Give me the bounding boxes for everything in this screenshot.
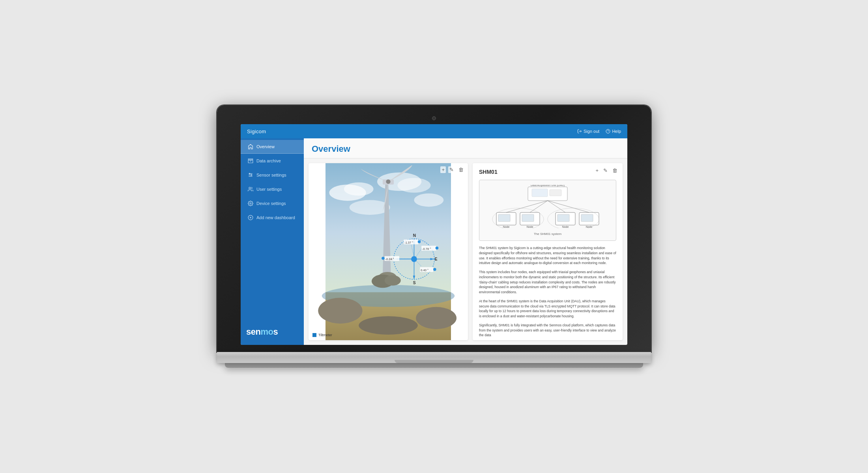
help-button[interactable]: Help (606, 129, 621, 134)
svg-point-10 (250, 203, 251, 204)
svg-text:0.40 °: 0.40 ° (421, 268, 428, 272)
dau-diagram: Data Acquisition Unit (DAU) Node (479, 180, 616, 241)
svg-line-85 (530, 201, 548, 212)
svg-point-22 (414, 194, 443, 207)
paragraph-3: At the heart of the SHM01 system is the … (479, 299, 616, 319)
svg-point-9 (249, 187, 251, 189)
sidebar-item-data-archive[interactable]: Data archive (242, 154, 302, 168)
paragraph-2: This system includes four nodes, each eq… (479, 270, 616, 295)
svg-text:Data Acquisition Unit (DAU): Data Acquisition Unit (DAU) (531, 185, 565, 187)
add-widget-button[interactable]: + (440, 166, 446, 173)
svg-rect-3 (248, 160, 253, 163)
main-area: Overview Data archive (241, 138, 627, 345)
camera (432, 116, 436, 120)
svg-point-54 (418, 240, 421, 243)
logo-o: o (268, 327, 273, 337)
svg-point-29 (385, 275, 401, 285)
svg-rect-73 (498, 214, 510, 222)
help-icon (606, 129, 610, 134)
svg-text:-0.78 °: -0.78 ° (422, 247, 431, 251)
paragraph-4: Significantly, SHM01 is fully integrated… (479, 323, 616, 338)
legend-color (312, 333, 316, 337)
svg-point-7 (249, 173, 250, 174)
svg-marker-1 (249, 144, 253, 149)
content-body: + ✎ 🗑 (304, 158, 627, 345)
logo-dot: m (260, 327, 268, 337)
left-panel: + ✎ 🗑 (309, 163, 468, 340)
sidebar-item-overview[interactable]: Overview (241, 140, 304, 154)
right-delete-button[interactable]: 🗑 (611, 167, 619, 174)
screen: Sigicom Sign out Help (241, 124, 627, 345)
right-panel[interactable]: + ✎ 🗑 SHM01 (473, 163, 623, 340)
right-panel-toolbar: + ✎ 🗑 (594, 167, 619, 174)
sidebar: Overview Data archive (241, 138, 304, 345)
svg-text:-1.37 °: -1.37 ° (404, 241, 413, 244)
page-title: Overview (312, 144, 619, 154)
svg-point-32 (359, 316, 418, 335)
plus-circle-icon (248, 215, 253, 220)
laptop-bottom (225, 363, 643, 368)
dau-caption: The SHM01 system (484, 232, 611, 236)
svg-point-30 (318, 298, 362, 323)
svg-line-84 (506, 201, 548, 212)
svg-rect-70 (550, 190, 561, 196)
overview-icon (248, 144, 253, 149)
svg-point-31 (416, 307, 456, 329)
topbar-actions: Sign out Help (577, 129, 621, 134)
brand-label: Sigicom (247, 128, 266, 134)
sidebar-item-add-dashboard[interactable]: Add new dashboard (242, 211, 302, 224)
content-area: Overview + ✎ 🗑 (304, 138, 627, 345)
laptop-base (217, 352, 651, 363)
svg-point-18 (344, 182, 374, 196)
dau-svg: Data Acquisition Unit (DAU) Node (484, 185, 611, 228)
turbine-image: N S E W (309, 163, 468, 340)
sidebar-logo: senmos (241, 319, 304, 345)
laptop-shell: Sigicom Sign out Help (217, 105, 651, 368)
sign-out-button[interactable]: Sign out (577, 129, 599, 134)
svg-point-60 (382, 257, 384, 260)
svg-text:-0.24 °: -0.24 ° (385, 257, 394, 261)
delete-widget-button[interactable]: 🗑 (457, 166, 465, 173)
gear-icon (248, 201, 253, 206)
sign-out-icon (577, 129, 582, 134)
svg-rect-69 (532, 189, 548, 197)
svg-point-57 (436, 246, 438, 249)
edit-widget-button[interactable]: ✎ (448, 166, 455, 173)
screen-bezel: Sigicom Sign out Help (217, 105, 651, 352)
svg-point-63 (433, 268, 436, 271)
svg-point-26 (386, 179, 390, 184)
svg-text:Node: Node (562, 225, 569, 228)
svg-line-87 (548, 201, 589, 212)
svg-text:E: E (435, 257, 438, 261)
topbar: Sigicom Sign out Help (241, 124, 627, 138)
right-add-button[interactable]: + (594, 167, 600, 174)
left-panel-toolbar: + ✎ 🗑 (440, 166, 465, 173)
content-header: Overview (304, 138, 627, 158)
svg-rect-80 (581, 214, 593, 222)
sidebar-item-device-settings[interactable]: Device settings (242, 197, 302, 210)
panel-legend: Tiltmeter (312, 333, 332, 337)
app: Sigicom Sign out Help (241, 124, 627, 345)
sidebar-item-sensor-settings[interactable]: Sensor settings (242, 168, 302, 182)
svg-text:Node: Node (527, 225, 533, 228)
archive-icon (248, 158, 253, 164)
sidebar-item-user-settings[interactable]: User settings (242, 182, 302, 196)
svg-point-20 (397, 178, 430, 192)
svg-text:Node: Node (503, 225, 510, 228)
svg-text:N: N (413, 233, 416, 238)
svg-rect-78 (557, 214, 569, 222)
svg-rect-76 (522, 214, 534, 222)
svg-point-8 (251, 175, 252, 175)
svg-rect-2 (248, 159, 253, 160)
users-icon (248, 186, 253, 192)
svg-text:S: S (413, 281, 416, 285)
sliders-icon (248, 172, 253, 178)
right-edit-button[interactable]: ✎ (602, 167, 609, 174)
paragraph-1: The SHM01 system by Sigicom is a cutting… (479, 246, 616, 266)
